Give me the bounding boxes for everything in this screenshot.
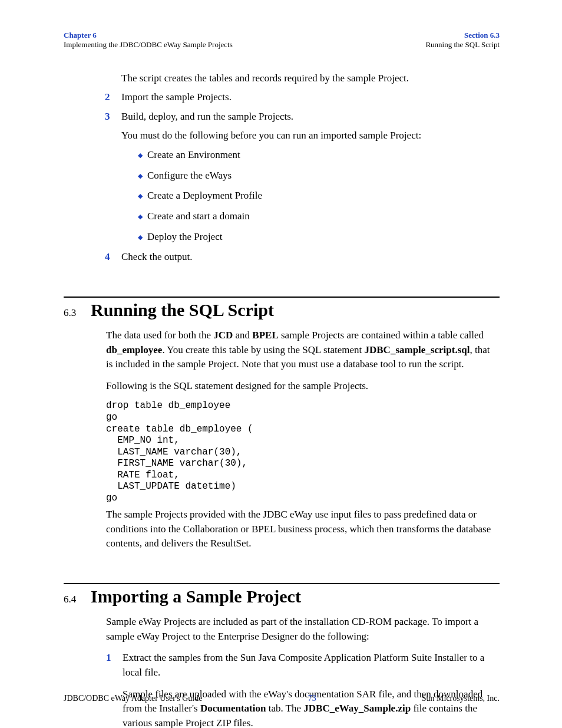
step-text: Check the output.: [121, 250, 500, 265]
page: Chapter 6 Implementing the JDBC/ODBC eWa…: [0, 0, 562, 728]
section-6-4-body: Sample eWay Projects are included as par…: [106, 615, 495, 728]
diamond-icon: ◆: [138, 148, 147, 163]
bullet-item: ◆Create a Deployment Profile: [138, 189, 500, 203]
step-3: 3 Build, deploy, and run the sample Proj…: [105, 110, 500, 143]
diamond-icon: ◆: [138, 230, 147, 245]
sec64-step-1: 1 Extract the samples from the Sun Java …: [106, 651, 495, 728]
text-run: . You create this table by using the SQL…: [162, 344, 364, 355]
bold-documentation: Documentation: [200, 703, 266, 714]
sql-code-block: drop table db_employee go create table d…: [106, 400, 495, 504]
bold-zip-name: JDBC_eWay_Sample.zip: [303, 703, 411, 714]
bullet-item: ◆Create and start a domain: [138, 209, 500, 224]
step-number: 4: [105, 250, 121, 265]
bullet-text: Configure the eWays: [147, 169, 232, 183]
step-3-line1: Build, deploy, and run the sample Projec…: [121, 110, 500, 124]
sub-bullet-list: ◆Create an Environment ◆Configure the eW…: [64, 148, 500, 244]
sec63-p1: The data used for both the JCD and BPEL …: [106, 328, 495, 372]
text-run: and: [233, 330, 252, 341]
section-number: 6.4: [64, 589, 91, 605]
section-number: 6.3: [64, 302, 91, 319]
intro-paragraph: The script creates the tables and record…: [121, 71, 495, 86]
footer-right: Sun Microsystems, Inc.: [422, 694, 500, 703]
content: The script creates the tables and record…: [64, 71, 500, 729]
sec63-p2: Following is the SQL statement designed …: [106, 379, 495, 394]
diamond-icon: ◆: [138, 169, 147, 183]
section-label: Section 6.3: [425, 31, 500, 40]
step-text: Import the sample Projects.: [121, 90, 500, 105]
step-number: 1: [106, 651, 123, 728]
sec63-p3: The sample Projects provided with the JD…: [106, 508, 495, 551]
bullet-item: ◆Create an Environment: [138, 148, 500, 163]
diamond-icon: ◆: [138, 189, 147, 203]
bullet-text: Deploy the Project: [147, 230, 222, 245]
bullet-text: Create an Environment: [147, 148, 240, 163]
page-header: Chapter 6 Implementing the JDBC/ODBC eWa…: [64, 31, 500, 50]
sec64-step1-line2: Sample files are uploaded with the eWay'…: [123, 687, 495, 728]
step-4: 4 Check the output.: [105, 250, 500, 265]
chapter-label: Chapter 6: [64, 31, 233, 40]
step-text: Extract the samples from the Sun Java Co…: [123, 651, 495, 728]
page-footer: JDBC/ODBC eWay Adapter User's Guide 73 S…: [64, 694, 500, 703]
text-run: tab. The: [266, 703, 303, 714]
section-6-4-heading: 6.4 Importing a Sample Project: [64, 583, 500, 607]
sec64-p1: Sample eWay Projects are included as par…: [106, 615, 495, 644]
diamond-icon: ◆: [138, 209, 147, 224]
step-number: 2: [105, 90, 121, 105]
bold-jcd: JCD: [213, 330, 233, 341]
step-3-line2: You must do the following before you can…: [121, 129, 500, 143]
bold-bpel: BPEL: [252, 330, 278, 341]
section-title: Running the SQL Script: [91, 300, 274, 320]
bullet-text: Create a Deployment Profile: [147, 189, 262, 203]
text-run: The data used for both the: [106, 330, 213, 341]
step-number: 3: [105, 110, 121, 143]
section-subtitle: Running the SQL Script: [425, 40, 500, 50]
header-right: Section 6.3 Running the SQL Script: [425, 31, 500, 50]
section-title: Importing a Sample Project: [91, 587, 301, 607]
text-run: sample Projects are contained within a t…: [279, 330, 484, 341]
bold-script-name: JDBC_sample_script.sql: [365, 344, 470, 355]
footer-left: JDBC/ODBC eWay Adapter User's Guide: [64, 694, 202, 703]
section-6-3-body: The data used for both the JCD and BPEL …: [106, 328, 495, 551]
bullet-text: Create and start a domain: [147, 209, 250, 224]
header-left: Chapter 6 Implementing the JDBC/ODBC eWa…: [64, 31, 233, 50]
section-6-3-heading: 6.3 Running the SQL Script: [64, 297, 500, 320]
bullet-item: ◆Configure the eWays: [138, 169, 500, 183]
page-number: 73: [308, 694, 316, 703]
sec64-step1-line1: Extract the samples from the Sun Java Co…: [123, 651, 495, 680]
step-text: Build, deploy, and run the sample Projec…: [121, 110, 500, 143]
bullet-item: ◆Deploy the Project: [138, 230, 500, 245]
chapter-subtitle: Implementing the JDBC/ODBC eWay Sample P…: [64, 40, 233, 50]
bold-db-employee: db_employee: [106, 344, 162, 355]
step-2: 2 Import the sample Projects.: [105, 90, 500, 105]
